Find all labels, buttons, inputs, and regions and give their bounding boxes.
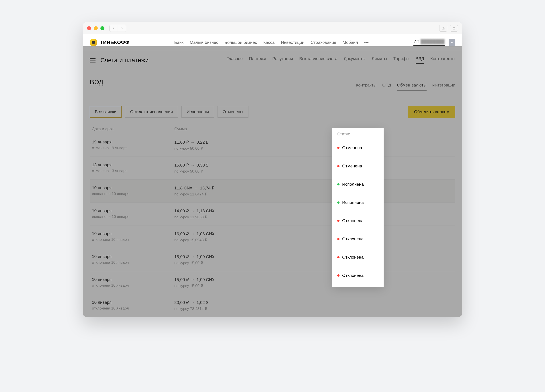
row-date: 10 января (92, 277, 174, 282)
status-dot-icon (337, 147, 340, 149)
page-tab[interactable]: Интеграции (432, 83, 455, 90)
subnav-item[interactable]: ВЭД (416, 56, 424, 64)
page-content: ВЭД КонтрактыСПДОбмен валютыИнтеграции В… (83, 69, 462, 317)
table-row[interactable]: 10 январяотклонена 10 января15,00 ₽→1,00… (90, 248, 455, 271)
topnav-item[interactable]: Большой бизнес (224, 40, 257, 45)
row-date: 10 января (92, 208, 174, 213)
table-row[interactable]: 10 январяисполнена 10 января14,00 ₽→1,18… (90, 202, 455, 225)
topnav-more[interactable]: ••• (364, 40, 369, 45)
share-button[interactable] (439, 25, 447, 32)
arrow-right-icon: → (191, 209, 195, 213)
user-name: ИП ████████ (413, 39, 445, 46)
status-row: Отменена (332, 157, 384, 175)
topnav-item[interactable]: Мобайл (343, 40, 358, 45)
arrow-right-icon: → (191, 277, 195, 282)
topnav-item[interactable]: Малый бизнес (190, 40, 218, 45)
col-date: Дата и срок (90, 127, 174, 131)
topnav-item[interactable]: Банк (174, 40, 183, 45)
subnav-item[interactable]: Выставление счета (299, 56, 337, 64)
status-label: Отклонена (342, 273, 364, 278)
status-label: Исполнена (342, 182, 364, 187)
page-tab[interactable]: СПД (382, 83, 391, 90)
nav-buttons: ‹ › (109, 25, 126, 32)
status-row: Исполнена (332, 193, 384, 212)
user-block[interactable]: ИП ████████ (413, 39, 455, 46)
app-header: ТИНЬКОФФ БанкМалый бизнесБольшой бизнесК… (83, 34, 462, 51)
subnav-item[interactable]: Главное (227, 56, 243, 64)
table-row[interactable]: 13 январяотменена 13 января15,00 ₽→0,30 … (90, 157, 455, 179)
row-date: 10 января (92, 186, 174, 190)
status-dot-icon (337, 238, 340, 240)
row-date: 10 января (92, 254, 174, 259)
filter-button[interactable]: Все заявки (90, 106, 122, 118)
subnav-item[interactable]: Репутация (272, 56, 293, 64)
topnav-item[interactable]: Касса (263, 40, 274, 45)
maximize-window-button[interactable] (100, 26, 105, 30)
status-row: Отклонена (332, 266, 384, 285)
tabs-button[interactable] (450, 25, 458, 32)
browser-window: ‹ › ТИНЬКОФФ БанкМалый бизнесБольшой биз… (83, 22, 462, 317)
menu-icon[interactable] (90, 58, 95, 62)
arrow-right-icon: → (194, 186, 198, 190)
minimize-window-button[interactable] (94, 26, 98, 30)
status-popup: Статус ОтмененаОтмененаИсполненаИсполнен… (332, 128, 384, 287)
row-sub: отклонена 10 января (92, 306, 174, 311)
arrow-right-icon: → (191, 254, 195, 259)
row-sub: отменена 13 января (92, 169, 174, 173)
table-row[interactable]: 10 январяисполнена 10 января1,18 CN¥→13,… (90, 179, 455, 202)
back-button[interactable]: ‹ (110, 25, 118, 32)
app-content: ТИНЬКОФФ БанкМалый бизнесБольшой бизнесК… (83, 34, 462, 317)
row-sub: исполнена 10 января (92, 192, 174, 196)
traffic-lights (87, 26, 105, 30)
subnav-item[interactable]: Лимиты (372, 56, 387, 64)
status-row: Отклонена (332, 248, 384, 266)
subnav-item[interactable]: Контрагенты (430, 56, 455, 64)
filter-buttons: Все заявкиОжидают исполненияИсполненыОтм… (90, 106, 248, 118)
status-label: Отклонена (342, 218, 364, 223)
arrow-right-icon: → (191, 163, 195, 167)
page-tabs: КонтрактыСПДОбмен валютыИнтеграции (356, 83, 455, 90)
row-sub: исполнена 10 января (92, 215, 174, 219)
page-tab[interactable]: Контракты (356, 83, 377, 90)
filter-button[interactable]: Исполнены (181, 106, 214, 118)
forward-button[interactable]: › (118, 25, 126, 32)
filter-button[interactable]: Ожидают исполнения (125, 106, 178, 118)
row-date: 10 января (92, 231, 174, 236)
subnav-item[interactable]: Платежи (249, 56, 266, 64)
row-rate: по курсу 78,4314 ₽ (174, 306, 402, 311)
topnav-item[interactable]: Инвестиции (281, 40, 304, 45)
table-rows: 19 январяотменена 19 января11,00 ₽→0,22 … (90, 134, 455, 317)
row-amount: 80,00 ₽→1,02 $ (174, 300, 402, 305)
subnav-item[interactable]: Документы (344, 56, 365, 64)
filter-button[interactable]: Отменены (217, 106, 248, 118)
section-title: Счета и платежи (100, 57, 149, 64)
chevron-down-icon[interactable] (449, 39, 455, 46)
status-dot-icon (337, 183, 340, 186)
row-sub: отклонена 10 января (92, 237, 174, 242)
status-dot-icon (337, 201, 340, 204)
arrow-right-icon: → (191, 231, 195, 236)
status-label: Отклонена (342, 255, 364, 260)
table-row[interactable]: 10 январяотклонена 10 января80,00 ₽→1,02… (90, 294, 455, 317)
sub-nav: ГлавноеПлатежиРепутацияВыставление счета… (227, 56, 455, 64)
table-row[interactable]: 10 январяотклонена 10 января15,00 ₽→1,00… (90, 271, 455, 294)
status-label: Отменена (342, 145, 362, 150)
status-row: Отменена (332, 139, 384, 157)
brand-name: ТИНЬКОФФ (100, 40, 130, 45)
status-popup-header: Статус (332, 128, 384, 139)
subnav-item[interactable]: Тарифы (393, 56, 409, 64)
status-row: Исполнена (332, 175, 384, 193)
table-header: Дата и срок Сумма (90, 125, 455, 134)
page-title: ВЭД (90, 78, 103, 86)
table-row[interactable]: 19 январяотменена 19 января11,00 ₽→0,22 … (90, 134, 455, 157)
table-row[interactable]: 10 январяотклонена 10 января16,00 ₽→1,06… (90, 225, 455, 248)
topnav-item[interactable]: Страхование (310, 40, 336, 45)
page-tab[interactable]: Обмен валюты (397, 83, 426, 90)
sub-header: Счета и платежи ГлавноеПлатежиРепутацияВ… (83, 51, 462, 69)
status-row: Отклонена (332, 230, 384, 248)
exchange-button[interactable]: Обменять валюту (408, 106, 455, 118)
brand[interactable]: ТИНЬКОФФ (90, 39, 130, 46)
status-label: Исполнена (342, 200, 364, 205)
close-window-button[interactable] (87, 26, 91, 30)
status-dot-icon (337, 274, 340, 277)
